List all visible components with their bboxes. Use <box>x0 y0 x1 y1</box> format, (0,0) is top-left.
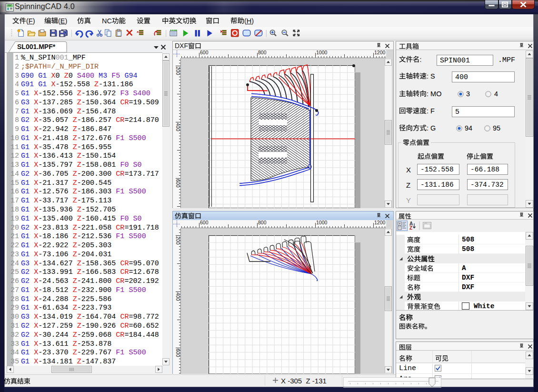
svg-text:800: 800 <box>258 220 267 225</box>
svg-text:600: 600 <box>200 220 209 225</box>
svg-text:1200: 1200 <box>374 220 386 225</box>
svg-text:400: 400 <box>175 292 181 301</box>
svg-text:200: 200 <box>175 67 181 75</box>
svg-text:Z: Z <box>409 225 412 231</box>
svg-text:600: 600 <box>175 179 181 188</box>
svg-text:200: 200 <box>175 236 181 245</box>
svg-text:1200: 1200 <box>374 50 386 55</box>
svg-text:600: 600 <box>200 50 209 55</box>
svg-text:800: 800 <box>258 50 267 55</box>
svg-text:600: 600 <box>175 349 181 357</box>
svg-text:400: 400 <box>175 123 181 131</box>
svg-text:1000: 1000 <box>316 50 328 55</box>
svg-text:1000: 1000 <box>316 220 328 225</box>
